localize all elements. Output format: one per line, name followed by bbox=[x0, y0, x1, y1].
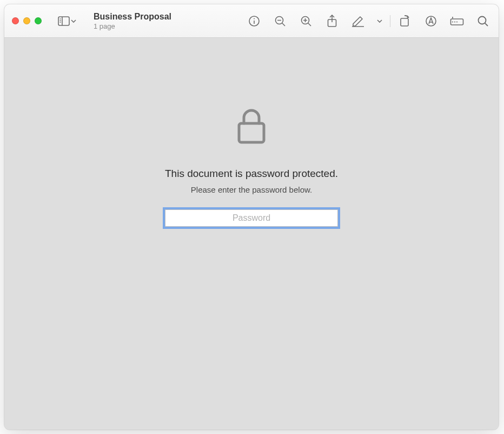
document-title-block: Business Proposal 1 page bbox=[94, 11, 171, 31]
minimize-window-button[interactable] bbox=[23, 17, 30, 24]
svg-rect-28 bbox=[239, 123, 264, 142]
zoom-out-button[interactable] bbox=[272, 13, 288, 29]
window-controls bbox=[12, 17, 42, 24]
document-title: Business Proposal bbox=[94, 11, 171, 22]
close-window-button[interactable] bbox=[12, 17, 19, 24]
highlight-button[interactable] bbox=[350, 13, 366, 29]
zoom-in-icon bbox=[300, 15, 312, 27]
password-input[interactable] bbox=[165, 209, 338, 227]
preview-window: Business Proposal 1 page bbox=[4, 4, 499, 430]
svg-point-24 bbox=[454, 21, 455, 22]
markup-icon bbox=[425, 15, 437, 27]
svg-point-6 bbox=[254, 18, 255, 19]
content-area: This document is password protected. Ple… bbox=[4, 38, 499, 430]
svg-point-25 bbox=[456, 21, 457, 22]
lock-icon bbox=[237, 108, 266, 144]
svg-rect-18 bbox=[401, 18, 408, 26]
fullscreen-window-button[interactable] bbox=[35, 17, 42, 24]
rotate-button[interactable] bbox=[397, 13, 413, 29]
share-button[interactable] bbox=[324, 13, 340, 29]
toolbar-divider bbox=[390, 15, 390, 27]
chevron-down-icon bbox=[71, 19, 76, 23]
info-button[interactable] bbox=[246, 13, 262, 29]
info-icon bbox=[248, 15, 260, 27]
password-subtext: Please enter the password below. bbox=[191, 185, 312, 194]
svg-rect-0 bbox=[58, 17, 69, 25]
toolbar bbox=[246, 13, 491, 29]
sidebar-toggle-button[interactable] bbox=[54, 14, 81, 29]
titlebar: Business Proposal 1 page bbox=[4, 4, 499, 38]
highlight-icon bbox=[352, 15, 364, 27]
svg-point-23 bbox=[452, 21, 453, 22]
markup-button[interactable] bbox=[423, 13, 439, 29]
svg-point-26 bbox=[479, 16, 486, 24]
svg-line-12 bbox=[308, 23, 311, 25]
password-heading: This document is password protected. bbox=[165, 168, 338, 180]
svg-line-9 bbox=[282, 23, 285, 25]
form-fields-button[interactable] bbox=[449, 13, 465, 29]
rotate-icon bbox=[399, 15, 411, 27]
zoom-in-button[interactable] bbox=[298, 13, 314, 29]
form-fields-icon bbox=[450, 16, 464, 26]
search-button[interactable] bbox=[475, 13, 491, 29]
search-icon bbox=[477, 15, 489, 27]
sidebar-icon bbox=[58, 16, 70, 26]
zoom-out-icon bbox=[274, 15, 286, 27]
chevron-down-icon bbox=[377, 19, 382, 23]
share-icon bbox=[327, 15, 337, 28]
svg-line-27 bbox=[485, 23, 488, 25]
highlight-menu-button[interactable] bbox=[376, 19, 383, 23]
document-page-count: 1 page bbox=[94, 22, 171, 31]
